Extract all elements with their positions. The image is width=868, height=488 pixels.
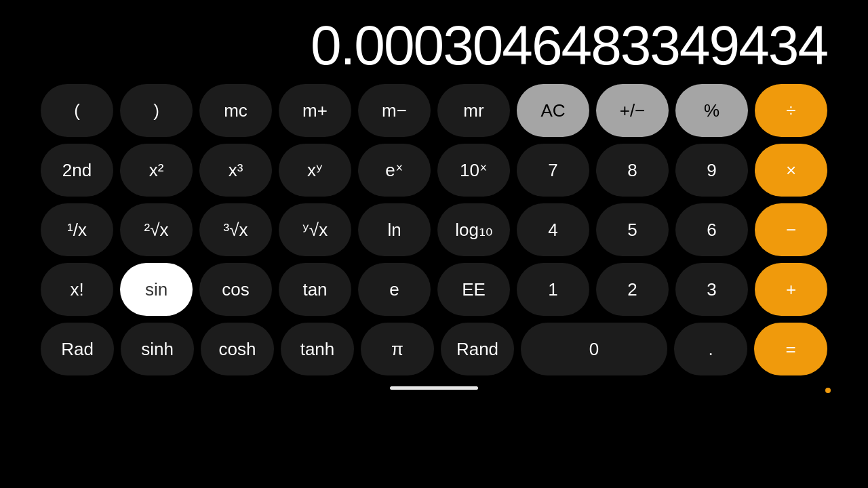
btn-x-power-y[interactable]: xʸ [279, 144, 351, 197]
btn-tanh[interactable]: tanh [281, 323, 354, 375]
btn-add[interactable]: + [755, 263, 827, 316]
orange-dot [825, 388, 831, 393]
btn-x-squared[interactable]: x² [120, 144, 193, 197]
btn-sqrt3[interactable]: ³√x [199, 203, 272, 256]
btn-two[interactable]: 2 [596, 263, 669, 316]
btn-ln[interactable]: ln [358, 203, 431, 256]
btn-subtract[interactable]: − [755, 203, 827, 256]
btn-mc[interactable]: mc [199, 84, 272, 137]
btn-equals[interactable]: = [754, 323, 827, 375]
btn-decimal[interactable]: . [674, 323, 747, 375]
btn-seven[interactable]: 7 [517, 144, 589, 197]
btn-ee[interactable]: EE [437, 263, 510, 316]
btn-three[interactable]: 3 [675, 263, 748, 316]
btn-six[interactable]: 6 [675, 203, 748, 256]
btn-cos[interactable]: cos [199, 263, 272, 316]
row-4: RadsinhcoshtanhπRand0.= [41, 323, 827, 375]
btn-percent[interactable]: % [675, 84, 748, 137]
home-indicator [390, 386, 478, 390]
btn-pi[interactable]: π [361, 323, 434, 375]
btn-second[interactable]: 2nd [41, 144, 113, 197]
btn-e-power-x[interactable]: eˣ [358, 144, 431, 197]
btn-nine[interactable]: 9 [675, 144, 748, 197]
btn-sinh[interactable]: sinh [121, 323, 194, 375]
btn-m-minus[interactable]: m− [358, 84, 431, 137]
btn-m-plus[interactable]: m+ [279, 84, 351, 137]
btn-one-over-x[interactable]: ¹/x [41, 203, 113, 256]
btn-eight[interactable]: 8 [596, 144, 669, 197]
btn-open-paren[interactable]: ( [41, 84, 113, 137]
btn-sqrt2[interactable]: ²√x [120, 203, 193, 256]
calculator-display: 0.0003046483349434 [0, 0, 868, 84]
row-1: 2ndx²x³xʸeˣ10ˣ789× [41, 144, 827, 197]
btn-ten-power-x[interactable]: 10ˣ [437, 144, 510, 197]
btn-multiply[interactable]: × [755, 144, 827, 197]
btn-ac[interactable]: AC [517, 84, 589, 137]
btn-factorial[interactable]: x! [41, 263, 113, 316]
row-3: x!sincostaneEE123+ [41, 263, 827, 316]
btn-sqrty[interactable]: ʸ√x [279, 203, 351, 256]
btn-cosh[interactable]: cosh [201, 323, 274, 375]
row-0: ()mcm+m−mrAC+/−%÷ [41, 84, 827, 137]
btn-mr[interactable]: mr [437, 84, 510, 137]
btn-five[interactable]: 5 [596, 203, 669, 256]
btn-four[interactable]: 4 [517, 203, 589, 256]
btn-log10[interactable]: log₁₀ [437, 203, 510, 256]
btn-rad[interactable]: Rad [41, 323, 114, 375]
btn-tan[interactable]: tan [279, 263, 351, 316]
btn-x-cubed[interactable]: x³ [199, 144, 272, 197]
btn-euler[interactable]: e [358, 263, 431, 316]
btn-zero[interactable]: 0 [521, 323, 667, 375]
btn-sin[interactable]: sin [120, 263, 193, 316]
btn-plus-minus[interactable]: +/− [596, 84, 669, 137]
btn-divide[interactable]: ÷ [755, 84, 827, 137]
calculator-keypad: ()mcm+m−mrAC+/−%÷2ndx²x³xʸeˣ10ˣ789×¹/x²√… [0, 84, 868, 382]
btn-rand[interactable]: Rand [441, 323, 514, 375]
row-2: ¹/x²√x³√xʸ√xlnlog₁₀456− [41, 203, 827, 256]
btn-one[interactable]: 1 [517, 263, 589, 316]
btn-close-paren[interactable]: ) [120, 84, 193, 137]
